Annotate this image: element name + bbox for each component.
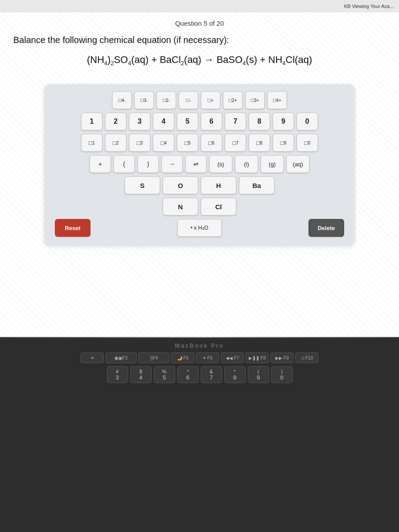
number-row: 1 2 3 4 5 6 7 8 9 0 — [53, 113, 346, 130]
key-brightness-down[interactable]: ☀ — [81, 352, 104, 363]
key-3[interactable]: 3 — [129, 113, 150, 130]
key-sub0[interactable]: □0 — [297, 134, 318, 152]
water-button[interactable]: • x H₂O — [177, 219, 222, 237]
key-sub8[interactable]: □8 — [249, 134, 270, 152]
key-F6[interactable]: ✦ F6 — [196, 352, 219, 363]
key-1[interactable]: 1 — [81, 113, 102, 130]
key-3minus[interactable]: □3- — [134, 91, 154, 109]
key-solid[interactable]: (s) — [209, 155, 232, 173]
mac-key-top: & — [210, 369, 213, 374]
mac-key-9[interactable]: ( 9 — [248, 366, 269, 383]
key-element-Cl[interactable]: Cl — [201, 198, 236, 215]
key-close-paren[interactable]: ) — [137, 155, 159, 173]
mac-key-3[interactable]: # 3 — [107, 366, 128, 383]
key-8[interactable]: 8 — [249, 113, 270, 130]
mac-key-top: ) — [281, 369, 283, 374]
mac-key-top: % — [162, 369, 167, 374]
element-row-1: S O H Ba — [53, 176, 346, 194]
key-sub3[interactable]: □3 — [129, 134, 150, 152]
key-F4[interactable]: ⣿ F4 — [138, 352, 169, 363]
key-sub7[interactable]: □7 — [225, 134, 246, 152]
key-plus-symbol[interactable]: + — [90, 155, 111, 173]
browser-bar: KB Viewing Your Aca... — [0, 0, 399, 12]
mac-key-top: * — [234, 369, 235, 374]
key-arrow[interactable]: → — [161, 155, 183, 173]
key-sub4[interactable]: □4 — [153, 134, 174, 152]
display-icon: ▣▣ — [114, 356, 122, 360]
key-3plus[interactable]: □3+ — [245, 91, 265, 109]
key-F7[interactable]: ◀◀ F7 — [221, 352, 244, 363]
main-content: Question 5 of 20 Balance the following c… — [0, 12, 399, 349]
reset-button[interactable]: Reset — [55, 219, 90, 237]
key-element-O[interactable]: O — [163, 176, 198, 194]
key-F5[interactable]: 🌙 F5 — [171, 352, 194, 363]
mac-key-bot: 4 — [139, 375, 142, 380]
key-aqueous[interactable]: (aq) — [286, 155, 309, 173]
mac-key-4[interactable]: $ 4 — [130, 366, 152, 383]
element-row-2: N Cl — [53, 198, 346, 215]
macbook-label: MacBook Pro — [0, 338, 399, 349]
key-5[interactable]: 5 — [177, 113, 198, 130]
key-7[interactable]: 7 — [225, 113, 246, 130]
superscript-row: □4- □3- □2- □- □+ □2+ □3+ □4+ — [53, 91, 346, 109]
mac-key-top: $ — [139, 369, 142, 374]
browser-bar-text: KB Viewing Your Aca... — [344, 4, 394, 9]
key-element-S[interactable]: S — [125, 176, 160, 194]
key-F8[interactable]: ▶❚❚ F8 — [246, 352, 269, 363]
key-F2[interactable]: ▣▣ F3 — [106, 352, 137, 363]
mac-key-0[interactable]: ) 0 — [271, 366, 293, 383]
key-0[interactable]: 0 — [297, 113, 318, 130]
key-F9[interactable]: ▶▶ F9 — [270, 352, 293, 363]
key-element-H[interactable]: H — [201, 176, 236, 194]
key-4minus[interactable]: □4- — [112, 91, 132, 109]
function-key-row: ☀ ▣▣ F3 ⣿ F4 🌙 F5 ✦ F6 ◀◀ F7 ▶❚❚ F8 ▶▶ F… — [0, 349, 399, 365]
mac-key-bot: 5 — [163, 375, 166, 380]
delete-button[interactable]: Delete — [309, 219, 344, 237]
chemical-equation: (NH4)2SO4(aq) + BaCl2(aq) → BaSO4(s) + N… — [13, 50, 386, 71]
mac-key-7[interactable]: & 7 — [201, 366, 222, 383]
symbol-row: + ( ) → ⇌ (s) (l) (g) (aq) — [53, 155, 346, 173]
mac-key-bot: 9 — [257, 375, 260, 380]
mac-key-bot: 6 — [186, 375, 189, 380]
key-gas[interactable]: (g) — [261, 155, 284, 173]
keyboard-bottom-row: Reset • x H₂O Delete — [53, 219, 346, 237]
mac-key-bot: 3 — [116, 375, 119, 380]
key-liquid[interactable]: (l) — [235, 155, 258, 173]
mac-key-6[interactable]: ^ 6 — [177, 366, 199, 383]
subscript-row: □1 □2 □3 □4 □5 □6 □7 □8 □9 □0 — [53, 134, 346, 152]
key-4[interactable]: 4 — [153, 113, 174, 130]
key-open-paren[interactable]: ( — [113, 155, 135, 173]
key-sub9[interactable]: □9 — [273, 134, 294, 152]
key-equilibrium[interactable]: ⇌ — [185, 155, 207, 173]
key-2minus[interactable]: □2- — [156, 91, 176, 109]
key-sub1[interactable]: □1 — [81, 134, 102, 152]
mac-key-5[interactable]: % 5 — [154, 366, 175, 383]
mac-key-top: # — [116, 369, 118, 374]
key-element-Ba[interactable]: Ba — [239, 176, 274, 194]
macbook-keyboard-area: MacBook Pro ☀ ▣▣ F3 ⣿ F4 🌙 F5 ✦ F6 ◀◀ F7… — [0, 337, 399, 532]
key-sub6[interactable]: □6 — [201, 134, 222, 152]
key-sub5[interactable]: □5 — [177, 134, 198, 152]
key-2plus[interactable]: □2+ — [223, 91, 243, 109]
grid-icon: ⣿ — [150, 356, 153, 360]
key-F10[interactable]: ◁ F10 — [295, 352, 318, 363]
key-minus[interactable]: □- — [179, 91, 198, 109]
mac-key-top: ( — [258, 369, 259, 374]
mac-number-row: # 3 $ 4 % 5 ^ 6 & 7 * 8 ( 9 ) 0 — [0, 365, 399, 384]
equation-keyboard: □4- □3- □2- □- □+ □2+ □3+ □4+ 1 2 3 4 5 … — [44, 84, 355, 246]
mac-key-bot: 8 — [233, 375, 236, 380]
key-6[interactable]: 6 — [201, 113, 222, 130]
key-4plus[interactable]: □4+ — [267, 91, 287, 109]
mac-key-bot: 0 — [280, 375, 283, 380]
key-9[interactable]: 9 — [273, 113, 294, 130]
key-2[interactable]: 2 — [105, 113, 126, 130]
mac-key-top: ^ — [187, 369, 189, 374]
key-sub2[interactable]: □2 — [105, 134, 126, 152]
brightness-down-icon: ☀ — [90, 356, 94, 360]
mac-key-8[interactable]: * 8 — [224, 366, 246, 383]
key-element-N[interactable]: N — [163, 198, 198, 215]
key-plus[interactable]: □+ — [201, 91, 220, 109]
mac-key-bot: 7 — [210, 375, 213, 380]
question-header: Question 5 of 20 — [13, 20, 386, 27]
content-wrapper: Question 5 of 20 Balance the following c… — [0, 12, 399, 254]
